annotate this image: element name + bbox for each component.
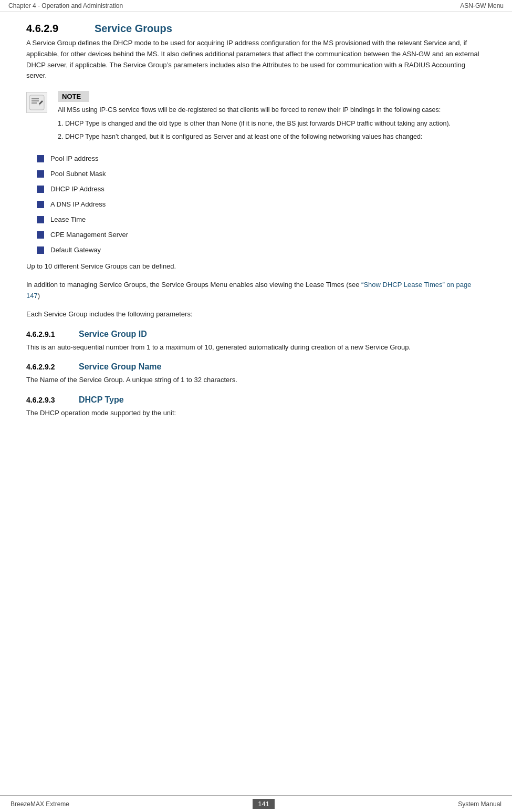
bullet-square-icon bbox=[37, 231, 44, 239]
footer-bar: BreezeMAX Extreme 141 System Manual bbox=[0, 795, 512, 812]
main-content: 4.6.2.9 Service Groups A Service Group d… bbox=[0, 12, 512, 454]
note-box: NOTE All MSs using IP-CS service flows w… bbox=[26, 91, 486, 145]
subsection-1: 4.6.2.9.1 Service Group ID This is an au… bbox=[26, 330, 486, 353]
subsection-2: 4.6.2.9.2 Service Group Name The Name of… bbox=[26, 362, 486, 386]
bullet-square-icon bbox=[37, 186, 44, 193]
list-item: DHCP IP Address bbox=[37, 185, 486, 193]
svg-rect-2 bbox=[32, 100, 39, 101]
subsection-2-number: 4.6.2.9.2 bbox=[26, 363, 79, 371]
subsection-3-number: 4.6.2.9.3 bbox=[26, 396, 79, 404]
section-intro: A Service Group defines the DHCP mode to… bbox=[26, 38, 486, 81]
subsection-3-body: The DHCP operation mode supported by the… bbox=[26, 408, 486, 419]
header-right: ASN-GW Menu bbox=[460, 2, 504, 9]
subsection-1-title: Service Group ID bbox=[79, 330, 147, 339]
bullet-square-icon bbox=[37, 170, 44, 178]
list-item: Pool IP address bbox=[37, 155, 486, 162]
lease-times-link[interactable]: “Show DHCP Lease Times” on page 147 bbox=[26, 281, 471, 300]
note-content: NOTE All MSs using IP-CS service flows w… bbox=[58, 91, 486, 145]
after-bullets: Up to 10 different Service Groups can be… bbox=[26, 261, 486, 320]
subsection-1-body: This is an auto-sequential number from 1… bbox=[26, 342, 486, 353]
paragraph-1: Up to 10 different Service Groups can be… bbox=[26, 261, 486, 272]
list-item: Default Gateway bbox=[37, 246, 486, 254]
list-item: CPE Management Server bbox=[37, 231, 486, 239]
note-paragraph1: All MSs using IP-CS service flows will b… bbox=[58, 105, 486, 115]
bullet-square-icon bbox=[37, 216, 44, 223]
note-label: NOTE bbox=[58, 91, 89, 102]
svg-rect-1 bbox=[32, 98, 39, 99]
note-item1: 1. DHCP Type is changed and the old type… bbox=[58, 119, 486, 129]
note-icon bbox=[26, 92, 53, 113]
list-item: Lease Time bbox=[37, 215, 486, 223]
bullet-list: Pool IP addressPool Subnet MaskDHCP IP A… bbox=[37, 155, 486, 254]
paragraph-2: In addition to managing Service Groups, … bbox=[26, 280, 486, 302]
subsection-2-body: The Name of the Service Group. A unique … bbox=[26, 375, 486, 386]
footer-left: BreezeMAX Extreme bbox=[11, 800, 69, 808]
subsection-3-header: 4.6.2.9.3 DHCP Type bbox=[26, 395, 486, 405]
list-item: A DNS IP Address bbox=[37, 200, 486, 208]
header-left: Chapter 4 - Operation and Administration bbox=[8, 2, 123, 9]
paragraph-3: Each Service Group includes the followin… bbox=[26, 309, 486, 320]
section-header: 4.6.2.9 Service Groups bbox=[26, 23, 486, 35]
subsection-3-title: DHCP Type bbox=[79, 395, 124, 405]
svg-rect-3 bbox=[32, 102, 37, 104]
section-title: Service Groups bbox=[95, 23, 172, 35]
page-number: 141 bbox=[253, 799, 275, 809]
bullet-square-icon bbox=[37, 155, 44, 162]
subsection-3: 4.6.2.9.3 DHCP Type The DHCP operation m… bbox=[26, 395, 486, 419]
subsection-2-header: 4.6.2.9.2 Service Group Name bbox=[26, 362, 486, 372]
subsection-2-title: Service Group Name bbox=[79, 362, 161, 372]
section-number: 4.6.2.9 bbox=[26, 23, 95, 35]
subsection-1-header: 4.6.2.9.1 Service Group ID bbox=[26, 330, 486, 339]
header-bar: Chapter 4 - Operation and Administration… bbox=[0, 0, 512, 12]
bullet-square-icon bbox=[37, 246, 44, 254]
list-item: Pool Subnet Mask bbox=[37, 170, 486, 178]
note-item2: 2. DHCP Type hasn’t changed, but it is c… bbox=[58, 132, 486, 142]
subsection-1-number: 4.6.2.9.1 bbox=[26, 330, 79, 338]
footer-right: System Manual bbox=[458, 800, 501, 808]
note-pencil-icon bbox=[26, 92, 47, 113]
bullet-square-icon bbox=[37, 201, 44, 208]
